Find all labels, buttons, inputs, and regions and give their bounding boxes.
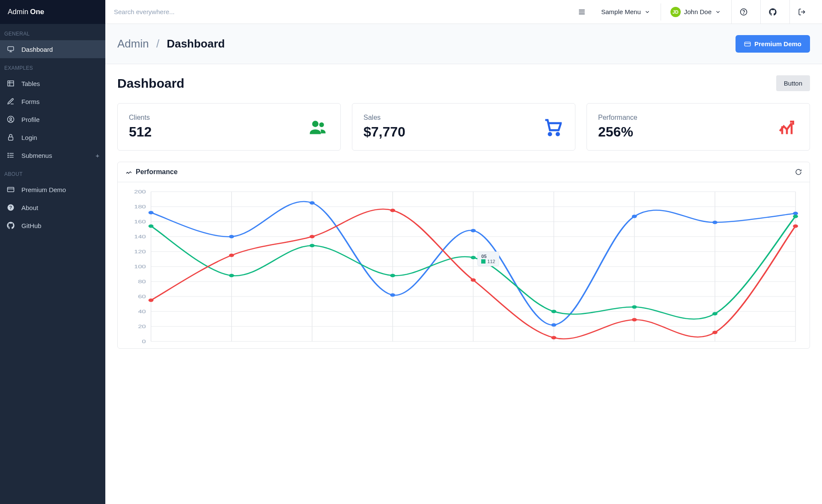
svg-point-29 [549,133,551,135]
svg-text:140: 140 [134,234,146,240]
edit-icon [6,98,15,105]
sidebar-item-tables[interactable]: Tables [0,74,105,92]
svg-text:180: 180 [134,204,146,210]
svg-rect-25 [745,42,750,46]
breadcrumb-current: Dashboard [167,37,225,50]
cart-icon [541,116,564,139]
sidebar-item-premium[interactable]: Premium Demo [0,181,105,199]
trend-icon [775,116,798,139]
svg-text:200: 200 [134,189,146,195]
svg-point-64 [310,201,315,205]
svg-point-14 [8,157,9,158]
avatar: JD [670,7,681,17]
brand-bold: One [30,8,44,16]
title-button[interactable]: Button [776,75,810,91]
svg-point-12 [8,153,9,154]
stat-card-performance: Performance256% [587,103,810,151]
svg-point-67 [551,323,557,327]
chart-icon [125,169,132,175]
svg-point-76 [551,310,557,313]
breadcrumb-separator: / [156,37,159,50]
tooltip-xlabel: 05 [481,254,495,259]
svg-text:40: 40 [138,309,146,314]
breadcrumb: Admin / Dashboard [117,37,225,50]
sidebar: Admin One GENERALDashboardEXAMPLESTables… [0,0,105,504]
svg-point-7 [10,118,12,120]
svg-rect-0 [8,47,14,50]
help-button[interactable] [731,0,755,24]
svg-point-84 [471,279,476,282]
svg-point-13 [8,155,9,156]
logout-icon [798,8,806,16]
chart-tooltip: 05 112 [477,252,499,266]
user-menu[interactable]: JD John Doe [661,3,726,21]
sidebar-item-github[interactable]: GitHub [0,216,105,234]
sidebar-item-about[interactable]: ?About [0,199,105,216]
refresh-button[interactable] [795,169,802,175]
svg-text:100: 100 [134,264,146,270]
chevron-down-icon [715,9,721,15]
svg-point-82 [310,235,315,238]
sidebar-section-label: EXAMPLES [0,58,105,74]
sidebar-item-dashboard[interactable]: Dashboard [0,40,105,58]
menu-icon [578,8,586,16]
svg-point-74 [390,274,395,277]
svg-point-62 [149,211,154,214]
page-title: Dashboard [117,76,185,91]
sidebar-item-label: GitHub [21,222,42,229]
svg-point-79 [793,215,798,218]
svg-point-71 [149,225,154,228]
svg-text:60: 60 [138,294,146,299]
sidebar-item-label: Dashboard [21,46,53,53]
brand-pre: Admin [8,8,28,16]
svg-point-65 [390,294,395,297]
user-circle-icon [6,116,15,123]
list-icon [6,151,15,159]
sidebar-section-label: GENERAL [0,24,105,40]
stat-value: $7,770 [363,124,405,140]
sample-menu-dropdown[interactable]: Sample Menu [596,5,655,19]
svg-point-85 [551,336,557,339]
sidebar-item-login[interactable]: Login [0,128,105,146]
svg-rect-8 [9,137,13,140]
performance-chart[interactable]: 020406080100120140160180200 05 112 [125,187,802,346]
logout-button[interactable] [789,0,813,24]
stat-label: Performance [598,114,637,122]
svg-text:0: 0 [142,339,146,344]
search-input[interactable] [114,8,294,15]
tooltip-swatch [481,259,485,264]
github-button[interactable] [760,0,784,24]
card-icon [744,41,751,47]
sidebar-item-label: About [21,204,38,211]
sidebar-item-label: Submenus [21,152,52,159]
svg-rect-3 [8,81,14,86]
stat-label: Clients [129,114,152,122]
svg-point-30 [557,133,559,135]
stat-value: 512 [129,124,152,140]
sidebar-item-label: Profile [21,116,40,123]
github-icon [769,8,777,16]
performance-panel: Performance 020406080100120140160180200 … [117,162,810,349]
svg-point-23 [743,13,744,14]
lock-icon [6,133,15,141]
search [114,8,294,16]
sidebar-item-submenus[interactable]: Submenus+ [0,146,105,164]
sample-menu-label: Sample Menu [601,8,641,15]
github-icon [6,222,15,229]
sidebar-item-forms[interactable]: Forms [0,92,105,110]
premium-demo-button[interactable]: Premium Demo [736,35,810,53]
premium-demo-label: Premium Demo [754,40,801,47]
stat-value: 256% [598,124,637,140]
hamburger-button[interactable] [573,5,591,19]
svg-text:120: 120 [134,249,146,255]
svg-point-83 [390,209,395,212]
stat-card-clients: Clients512 [117,103,341,151]
sidebar-item-profile[interactable]: Profile [0,110,105,128]
sidebar-item-label: Login [21,134,37,141]
stat-card-sales: Sales$7,770 [352,103,575,151]
svg-point-81 [229,254,234,257]
brand: Admin One [0,0,105,24]
card-icon [6,186,15,193]
tooltip-value: 112 [487,259,495,264]
help-icon: ? [6,204,15,211]
